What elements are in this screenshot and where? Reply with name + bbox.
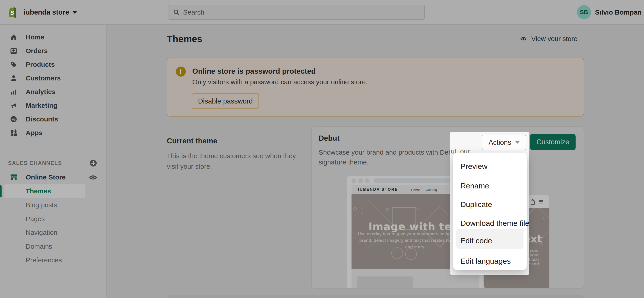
shopify-logo-icon: S — [8, 5, 18, 19]
customers-icon — [10, 74, 18, 82]
sidebar-item-analytics[interactable]: Analytics — [0, 85, 107, 99]
sales-channels-header: SALES CHANNELS — [0, 158, 107, 168]
customize-button[interactable]: Customize — [530, 134, 576, 150]
search-input[interactable]: Search — [168, 5, 425, 20]
home-icon — [10, 33, 18, 41]
sidebar-item-domains[interactable]: Domains — [0, 240, 107, 253]
search-icon — [173, 9, 180, 16]
view-your-store-label: View your store — [531, 35, 577, 43]
products-icon — [10, 61, 18, 68]
sidebar-item-apps[interactable]: Apps — [0, 126, 107, 139]
sidebar-item-label: Apps — [26, 126, 42, 139]
sidebar-item-label: Analytics — [26, 85, 56, 99]
warning-icon: ! — [176, 67, 186, 77]
sidebar-item-orders[interactable]: Orders — [0, 44, 107, 58]
menu-item-edit-code[interactable]: Edit code — [453, 234, 526, 249]
hero-shape — [416, 208, 418, 211]
current-theme-heading: Current theme — [167, 137, 217, 145]
preview-footer-block — [357, 276, 412, 288]
svg-text:S: S — [10, 10, 14, 16]
sidebar-item-preferences[interactable]: Preferences — [0, 253, 107, 267]
sales-channels-label: SALES CHANNELS — [8, 158, 62, 168]
browser-dot — [365, 178, 370, 183]
sidebar-item-pages[interactable]: Pages — [0, 212, 107, 226]
apps-icon — [10, 129, 18, 137]
chevron-down-icon — [72, 11, 77, 14]
menu-item-rename[interactable]: Rename — [453, 179, 526, 195]
sidebar-item-themes[interactable]: Themes — [0, 184, 107, 198]
hero-shape — [361, 212, 363, 214]
online-store-label: Online Store — [26, 171, 66, 184]
hero-shape — [353, 207, 357, 211]
search-placeholder: Search — [183, 9, 204, 16]
avatar[interactable]: SB — [577, 5, 591, 19]
view-online-store-eye-icon[interactable] — [89, 174, 97, 182]
top-bar: S iubenda store Search SB Silvio Bompan — [0, 0, 644, 25]
cart-bag-icon — [530, 199, 536, 205]
sidebar-item-label: Products — [26, 58, 55, 71]
view-your-store-link[interactable]: View your store — [519, 35, 577, 43]
preview-store-name: IUBENDA STORE — [358, 185, 398, 194]
hero-shape — [386, 208, 389, 211]
disable-password-button[interactable]: Disable password — [192, 93, 259, 109]
banner-title: Online store is password protected — [192, 67, 316, 76]
actions-button[interactable]: Actions — [482, 135, 526, 150]
preview-nav-catalog: Catalog — [426, 185, 437, 194]
menu-item-download-theme-file[interactable]: Download theme file — [453, 216, 526, 232]
avatar-initials: SB — [580, 9, 588, 16]
shopify-admin: S iubenda store Search SB Silvio Bompan … — [0, 0, 644, 298]
browser-dot — [358, 178, 363, 183]
browser-dot — [352, 178, 356, 183]
discounts-icon: % — [10, 115, 18, 123]
store-name-label: iubenda store — [24, 8, 69, 16]
sidebar-item-customers[interactable]: Customers — [0, 71, 107, 85]
menu-item-preview[interactable]: Preview — [453, 159, 526, 175]
sidebar-item-discounts[interactable]: % Discounts — [0, 112, 107, 126]
menu-item-duplicate[interactable]: Duplicate — [453, 197, 526, 213]
sidebar-item-marketing[interactable]: Marketing — [0, 99, 107, 112]
sidebar-item-navigation[interactable]: Navigation — [0, 226, 107, 239]
actions-label: Actions — [488, 138, 512, 146]
sidebar-item-label: Customers — [26, 71, 61, 85]
debut-theme-card: Debut Showcase your brand and products w… — [311, 126, 584, 288]
sidebar-item-label: Marketing — [26, 99, 58, 112]
storefront-icon — [10, 173, 18, 181]
hero-shape — [543, 217, 546, 219]
current-theme-description: This is the theme customers see when the… — [167, 151, 301, 172]
next-section-edge — [167, 295, 584, 298]
theme-name: Debut — [319, 134, 340, 142]
banner-body: Only visitors with a password can access… — [192, 78, 368, 86]
analytics-icon — [10, 88, 18, 96]
user-menu[interactable]: Silvio Bompan — [595, 0, 642, 25]
sidebar-item-label: Discounts — [26, 112, 58, 126]
store-switcher[interactable]: iubenda store — [24, 0, 77, 25]
add-sales-channel-button[interactable] — [90, 159, 97, 167]
eye-icon — [519, 35, 528, 42]
page-title: Themes — [167, 34, 202, 44]
sidebar-item-products[interactable]: Products — [0, 58, 107, 71]
preview-nav-home: Home — [411, 187, 420, 193]
sidebar-item-blog-posts[interactable]: Blog posts — [0, 198, 107, 212]
actions-dropdown-menu: Preview Rename Duplicate Download theme … — [453, 153, 526, 270]
sidebar-item-label: Home — [26, 31, 44, 44]
svg-text:%: % — [12, 117, 16, 122]
sidebar-item-home[interactable]: Home — [0, 31, 107, 44]
sidebar-item-label: Orders — [26, 44, 48, 58]
sidebar-item-online-store[interactable]: Online Store — [0, 171, 107, 184]
menu-item-edit-languages[interactable]: Edit languages — [453, 254, 526, 270]
chevron-down-icon — [515, 141, 520, 144]
hamburger-menu-icon — [538, 199, 544, 204]
orders-icon — [10, 47, 18, 55]
marketing-icon — [10, 102, 18, 109]
